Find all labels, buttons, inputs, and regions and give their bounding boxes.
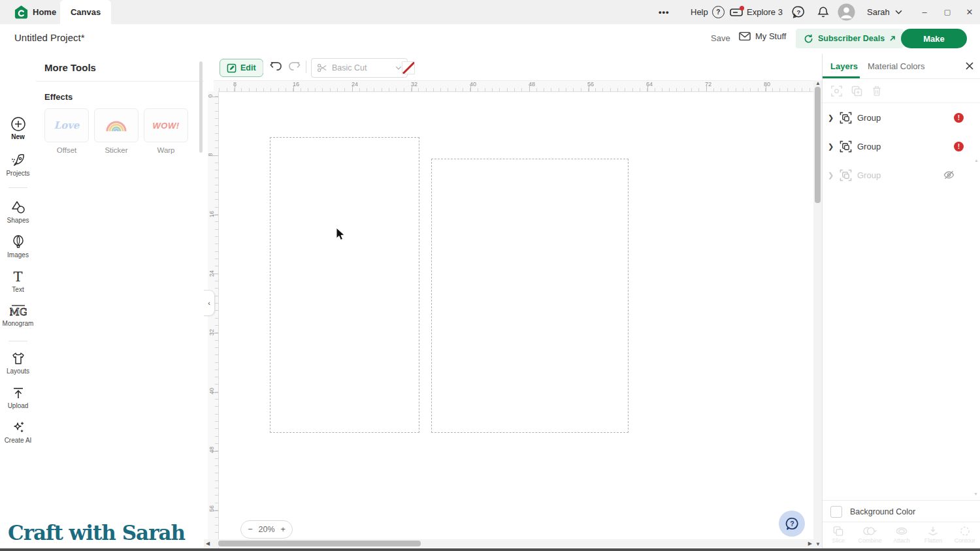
redo-button[interactable] <box>287 60 301 72</box>
flatten-icon <box>927 526 939 537</box>
expand-chevron-icon[interactable]: ❯ <box>828 171 834 180</box>
background-color-row: Background Color <box>823 500 980 522</box>
scroll-up-arrow[interactable]: ▲ <box>815 80 821 86</box>
duplicate-icon[interactable] <box>851 86 862 97</box>
zoom-level: 20% <box>258 525 274 534</box>
bottom-actions-toolbar: Slice Combine Attach Flatten Contour <box>823 522 980 551</box>
my-stuff-button[interactable]: My Stuff <box>739 31 786 41</box>
svg-text:?: ? <box>797 8 801 16</box>
layer-row-1[interactable]: ❯ Group ! <box>823 103 980 132</box>
horizontal-ruler: 8 16 24 32 40 48 56 64 72 80 <box>214 80 822 92</box>
user-avatar[interactable] <box>838 0 855 24</box>
combine-icon <box>862 526 878 537</box>
edit-button[interactable]: Edit <box>220 59 263 77</box>
vertical-scroll-thumb[interactable] <box>815 87 821 203</box>
help-fab-button[interactable]: ? <box>779 511 805 537</box>
overflow-menu-button[interactable]: ••• <box>659 0 670 24</box>
sidebar-item-images[interactable]: Images <box>0 234 36 259</box>
linetype-dropdown[interactable]: Basic Cut <box>311 58 408 78</box>
cricut-logo-icon[interactable] <box>14 5 29 20</box>
sidebar-item-create-ai[interactable]: Create AI <box>0 420 36 444</box>
horizontal-scroll-thumb[interactable] <box>218 541 421 546</box>
zoom-out-button[interactable]: − <box>248 525 252 534</box>
home-tab[interactable]: Home <box>33 0 56 24</box>
scissors-icon <box>317 63 327 72</box>
sidebar-item-layouts[interactable]: Layouts <box>0 351 36 375</box>
tshirt-icon <box>10 351 26 366</box>
project-title[interactable]: Untitled Project* <box>14 32 85 43</box>
refresh-icon <box>804 34 813 44</box>
mat-boundary-2[interactable] <box>431 159 629 433</box>
sidebar-item-shapes[interactable]: Shapes <box>0 200 36 224</box>
sidebar-item-projects[interactable]: Projects <box>0 153 36 177</box>
expand-chevron-icon[interactable]: ❯ <box>828 142 834 151</box>
color-swatch[interactable] <box>402 61 415 74</box>
balloon-icon <box>10 234 26 250</box>
tab-layers[interactable]: Layers <box>830 54 858 78</box>
subscriber-deals-button[interactable]: Subscriber Deals <box>796 29 904 48</box>
help-menu[interactable]: Help ? <box>691 0 725 24</box>
close-panel-icon[interactable] <box>965 54 974 78</box>
layer-row-3[interactable]: ❯ Group <box>823 161 980 189</box>
save-button[interactable]: Save <box>711 33 730 43</box>
user-menu[interactable]: Sarah <box>867 0 902 24</box>
sidebar-item-monogram[interactable]: MG Monogram <box>0 303 36 327</box>
effect-sticker[interactable]: Sticker <box>94 108 139 154</box>
sidebar-item-new[interactable]: New <box>0 116 36 140</box>
warning-badge[interactable]: ! <box>954 142 964 151</box>
window-bottom-edge <box>0 548 980 551</box>
group-icon <box>840 112 852 124</box>
notifications-bell-icon[interactable] <box>817 0 830 24</box>
attach-button[interactable]: Attach <box>886 522 917 551</box>
upload-arrow-icon <box>10 385 26 401</box>
scroll-left-arrow[interactable]: ◀ <box>206 541 210 546</box>
chevron-down-icon <box>895 10 902 14</box>
flatten-button[interactable]: Flatten <box>917 522 949 551</box>
effect-offset[interactable]: Love Offset <box>44 108 89 154</box>
help-bubble-icon: ? <box>785 516 800 531</box>
maximize-button[interactable]: ▢ <box>941 0 954 24</box>
zoom-in-button[interactable]: + <box>281 525 286 534</box>
toolbar-divider <box>263 61 263 73</box>
explore-machines-button[interactable]: Explore 3 <box>730 0 783 24</box>
warning-badge[interactable]: ! <box>954 113 964 123</box>
vertical-ruler: 0 8 16 24 32 40 48 56 <box>208 91 219 551</box>
combine-button[interactable]: Combine <box>854 522 885 551</box>
external-arrow-icon <box>889 35 896 42</box>
select-all-icon[interactable] <box>831 86 842 97</box>
more-tools-panel: More Tools Effects Love Offset Sticker <box>36 54 204 551</box>
sidebar-item-upload[interactable]: Upload <box>0 385 36 409</box>
panel-collapse-button[interactable]: ‹ <box>204 290 215 316</box>
scroll-right-arrow[interactable]: ▶ <box>808 541 812 546</box>
tab-material-colors[interactable]: Material Colors <box>868 54 924 78</box>
canvas-tab[interactable]: Canvas <box>60 0 111 24</box>
contour-button[interactable]: Contour <box>949 522 980 551</box>
slice-button[interactable]: Slice <box>823 522 854 551</box>
letter-t-icon: T <box>0 269 36 285</box>
expand-chevron-icon[interactable]: ❯ <box>828 114 834 122</box>
minimize-button[interactable]: – <box>918 0 931 24</box>
layers-tabs: Layers Material Colors <box>823 54 980 79</box>
zoom-control: − 20% + <box>240 520 293 539</box>
background-color-checkbox[interactable] <box>830 506 842 518</box>
list-scroll-down-arrow[interactable]: ▼ <box>973 492 978 496</box>
list-scroll-up-arrow[interactable]: ▲ <box>974 158 979 163</box>
effect-warp[interactable]: WOW! Warp <box>144 108 188 154</box>
hidden-eye-icon[interactable] <box>943 170 955 180</box>
vertical-scrollbar[interactable]: ▲ ▼ <box>813 80 822 548</box>
mat-boundary-1[interactable] <box>270 137 419 433</box>
undo-button[interactable] <box>269 60 283 72</box>
close-button[interactable]: ✕ <box>963 0 976 24</box>
feedback-bubble-icon[interactable]: ? <box>792 0 806 24</box>
layer-row-2[interactable]: ❯ Group ! <box>823 132 980 161</box>
effects-section-title: Effects <box>36 82 204 108</box>
delete-icon[interactable] <box>872 86 882 97</box>
scroll-down-arrow[interactable]: ▼ <box>815 541 821 547</box>
sidebar-item-text[interactable]: T Text <box>0 269 36 293</box>
panel-scrollbar[interactable] <box>199 61 203 153</box>
contour-icon <box>959 526 971 537</box>
notification-dot <box>740 6 744 10</box>
make-button[interactable]: Make <box>901 29 967 48</box>
horizontal-scrollbar[interactable]: ◀ ▶ <box>204 539 814 548</box>
app-window: Home Canvas ••• Help ? Explore 3 ? Sarah… <box>0 0 980 551</box>
